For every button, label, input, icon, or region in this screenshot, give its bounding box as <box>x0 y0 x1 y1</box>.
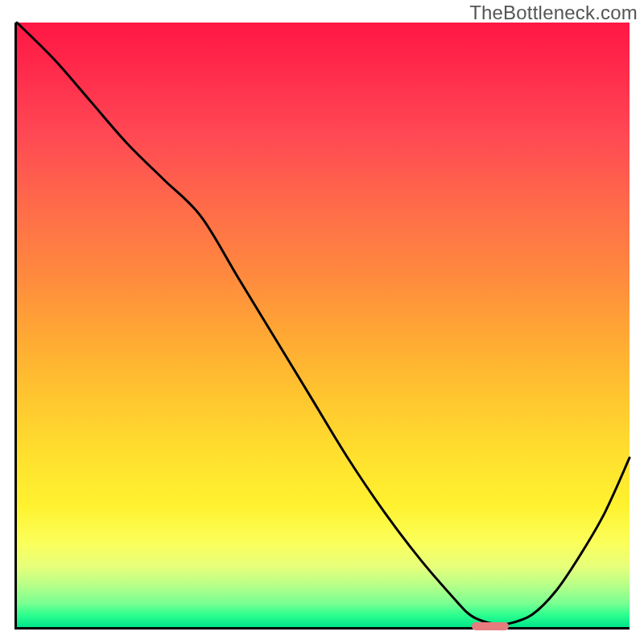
watermark-text: TheBottleneck.com <box>469 2 638 24</box>
chart-curve <box>17 23 630 625</box>
optimum-marker <box>472 622 509 630</box>
chart-curve-svg <box>17 23 630 627</box>
plot-area <box>14 23 630 630</box>
chart-container: TheBottleneck.com <box>0 0 644 644</box>
